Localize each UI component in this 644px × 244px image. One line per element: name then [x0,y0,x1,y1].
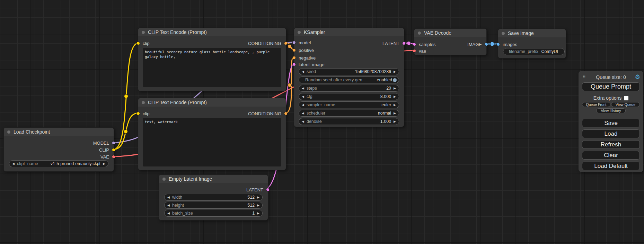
settings-gear-icon[interactable]: ⚙ [635,73,640,81]
refresh-button[interactable]: Refresh [582,140,640,149]
node-empty-latent-image[interactable]: Empty Latent Image LATENT ◀ width 512 ▶ … [159,174,268,220]
node-save-image[interactable]: Save Image images filename_prefix ComfyU… [498,29,566,58]
node-title-bar[interactable]: Empty Latent Image [159,175,268,183]
widget-label: cfg [307,94,312,99]
view-history-button[interactable]: View History [596,108,626,113]
increment-arrow-icon[interactable]: ▶ [394,120,396,123]
latent-image-input-dot[interactable] [292,63,296,66]
clip-input-dot[interactable] [136,112,140,115]
decrement-arrow-icon[interactable]: ◀ [302,87,304,90]
link-midpoint-dot[interactable] [288,45,292,48]
steps-widget[interactable]: ◀ steps 20 ▶ [299,85,399,92]
collapse-dot-icon[interactable] [7,130,10,134]
collapse-dot-icon[interactable] [298,31,301,34]
node-graph-canvas[interactable]: Load Checkpoint MODEL CLIP VAE ◀ ckpt_na… [0,0,644,244]
latent-output-dot[interactable] [402,42,406,45]
increment-arrow-icon[interactable]: ▶ [394,70,396,73]
cfg-widget[interactable]: ◀ cfg 8.000 ▶ [299,93,399,100]
filename-prefix-widget[interactable]: filename_prefix ComfyUI [503,48,565,55]
decrement-arrow-icon[interactable]: ◀ [302,111,304,115]
node-title: Save Image [508,30,534,36]
clip-output-dot[interactable] [112,148,115,152]
node-title-bar[interactable]: Save Image [498,29,566,37]
denoise-widget[interactable]: ◀ denoise 1.000 ▶ [299,118,399,125]
decrement-arrow-icon[interactable]: ◀ [167,204,170,207]
drag-handle-icon[interactable]: ⠿ [582,74,586,80]
increment-arrow-icon[interactable]: ▶ [103,162,105,165]
increment-arrow-icon[interactable]: ▶ [394,103,396,107]
node-title-bar[interactable]: VAE Decode [414,29,486,37]
link-midpoint-dot[interactable] [490,42,494,46]
latent-output-dot[interactable] [266,188,270,191]
ckpt-name-widget[interactable]: ◀ ckpt_name v1-5-pruned-emaonly.ckpt ▶ [9,160,108,167]
queue-prompt-button[interactable]: Queue Prompt [582,82,640,91]
slot-label: vae [419,48,426,54]
node-clip-text-encode-positive[interactable]: CLIP Text Encode (Prompt) clip CONDITION… [138,28,286,91]
node-title-bar[interactable]: CLIP Text Encode (Prompt) [138,98,286,107]
batch-size-widget[interactable]: ◀ batch_size 1 ▶ [164,210,263,217]
decrement-arrow-icon[interactable]: ◀ [302,95,304,98]
increment-arrow-icon[interactable]: ▶ [257,204,259,207]
node-ksampler[interactable]: KSampler model LATENT positive negative … [294,28,404,127]
image-output-dot[interactable] [485,43,488,46]
decrement-arrow-icon[interactable]: ◀ [167,196,170,199]
conditioning-output-dot[interactable] [284,42,288,45]
save-button[interactable]: Save [582,119,640,127]
prompt-text-area[interactable]: beautiful scenery nature glass bottle la… [143,48,281,87]
load-button[interactable]: Load [582,129,640,138]
collapse-dot-icon[interactable] [142,101,145,104]
load-default-button[interactable]: Load Default [582,162,640,170]
sampler-name-widget[interactable]: ◀ sampler_name euler ▶ [299,101,399,108]
collapse-dot-icon[interactable] [418,31,421,35]
positive-input-dot[interactable] [292,48,296,52]
decrement-arrow-icon[interactable]: ◀ [302,120,304,123]
widget-value: 1 [252,211,255,216]
seed-widget[interactable]: ◀ seed 156680208700286 ▶ [299,68,399,75]
widget-value: euler [381,102,391,107]
model-output-dot[interactable] [112,141,115,145]
widget-value: 156680208700286 [355,69,391,74]
node-title-bar[interactable]: Load Checkpoint [4,128,114,136]
random-seed-widget[interactable]: Random seed after every gen enabled [299,76,399,83]
node-clip-text-encode-negative[interactable]: CLIP Text Encode (Prompt) clip CONDITION… [138,98,286,170]
increment-arrow-icon[interactable]: ▶ [257,211,259,215]
vae-output-dot[interactable] [112,155,115,159]
link-midpoint-dot[interactable] [288,83,292,87]
collapse-dot-icon[interactable] [162,178,166,181]
height-widget[interactable]: ◀ height 512 ▶ [164,202,263,209]
scheduler-widget[interactable]: ◀ scheduler normal ▶ [299,110,399,117]
increment-arrow-icon[interactable]: ▶ [394,111,396,115]
images-input-dot[interactable] [496,43,500,46]
decrement-arrow-icon[interactable]: ◀ [302,103,304,107]
slot-label: CONDITIONING [248,111,281,116]
width-widget[interactable]: ◀ width 512 ▶ [164,194,263,201]
conditioning-output-dot[interactable] [284,112,288,115]
increment-arrow-icon[interactable]: ▶ [394,95,396,98]
collapse-dot-icon[interactable] [502,32,505,35]
clip-input-dot[interactable] [136,42,140,45]
node-title-bar[interactable]: KSampler [294,28,404,36]
negative-input-dot[interactable] [292,56,296,60]
node-title-bar[interactable]: CLIP Text Encode (Prompt) [138,28,286,36]
prompt-text-area[interactable]: text, watermark [143,118,281,166]
extra-options-checkbox[interactable] [624,96,628,100]
samples-input-dot[interactable] [413,43,416,46]
decrement-arrow-icon[interactable]: ◀ [167,211,170,215]
node-vae-decode[interactable]: VAE Decode samples IMAGE vae [414,28,487,55]
clear-button[interactable]: Clear [582,151,640,160]
link-midpoint-dot[interactable] [124,130,128,134]
view-queue-button[interactable]: View Queue [611,102,640,107]
link-midpoint-dot[interactable] [407,42,411,45]
decrement-arrow-icon[interactable]: ◀ [302,70,304,73]
model-input-dot[interactable] [292,41,296,44]
vae-input-dot[interactable] [413,49,416,53]
increment-arrow-icon[interactable]: ▶ [257,196,259,199]
slot-label: CLIP [99,147,109,153]
node-load-checkpoint[interactable]: Load Checkpoint MODEL CLIP VAE ◀ ckpt_na… [3,127,114,172]
link-midpoint-dot[interactable] [124,94,128,98]
toggle-circle-icon[interactable] [393,78,397,82]
collapse-dot-icon[interactable] [142,31,145,34]
increment-arrow-icon[interactable]: ▶ [394,87,396,90]
decrement-arrow-icon[interactable]: ◀ [12,162,15,165]
queue-front-button[interactable]: Queue Front [582,102,610,107]
